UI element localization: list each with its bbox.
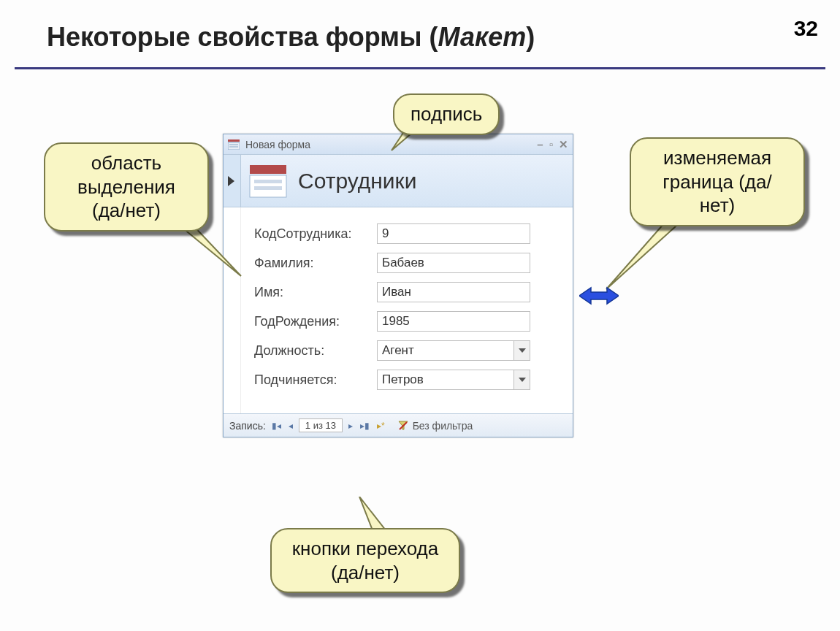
form-heading: Сотрудники	[298, 169, 417, 194]
record-position-box[interactable]: 1 из 13	[299, 418, 343, 432]
title-underline	[15, 67, 825, 69]
callout-caption: подпись	[393, 93, 500, 135]
callout-nav-buttons-text: кнопки перехода (да/нет)	[292, 538, 439, 584]
nav-next-button[interactable]: ▸	[347, 421, 354, 431]
field-input-familia[interactable]: Бабаев	[377, 253, 530, 273]
record-selector-icon	[228, 176, 234, 186]
record-navigation-bar: Запись: ▮◂ ◂ 1 из 13 ▸ ▸▮ ▸* Без фильтра	[224, 413, 573, 437]
form-window-icon	[228, 139, 240, 150]
form-body: КодСотрудника: 9 Фамилия: Бабаев Имя: Ив…	[224, 207, 573, 413]
field-combo-dolzhnost[interactable]: Агент	[377, 340, 530, 361]
form-titlebar-text: Новая форма	[245, 139, 310, 150]
fields-grid: КодСотрудника: 9 Фамилия: Бабаев Имя: Ив…	[241, 207, 573, 413]
callout-caption-text: подпись	[411, 103, 482, 125]
callout-nav-buttons: кнопки перехода (да/нет)	[270, 528, 460, 593]
svg-marker-2	[606, 218, 684, 289]
svg-rect-5	[228, 139, 240, 142]
svg-rect-8	[229, 146, 238, 148]
slide-title-close: )	[526, 22, 535, 52]
slide-title-main: Некоторые свойства формы (	[47, 22, 438, 52]
svg-marker-14	[519, 378, 526, 382]
dropdown-button[interactable]	[513, 370, 530, 389]
funnel-x-icon	[398, 421, 408, 431]
maximize-button[interactable]: ▫	[549, 138, 553, 151]
callout-resizable-border-text: изменяемая граница (да/нет)	[663, 147, 771, 216]
field-input-kod[interactable]: 9	[377, 223, 530, 244]
svg-marker-4	[579, 288, 619, 304]
form-header: Сотрудники	[224, 155, 573, 207]
nav-prev-button[interactable]: ◂	[287, 421, 294, 431]
nav-new-button[interactable]: ▸*	[375, 421, 386, 431]
field-input-god[interactable]: 1985	[377, 311, 530, 332]
nav-last-button[interactable]: ▸▮	[359, 421, 371, 431]
form-header-icon	[248, 164, 288, 199]
chevron-down-icon	[519, 348, 526, 353]
callout-selection-area-text: область выделения (да/нет)	[77, 152, 175, 221]
close-button[interactable]: ✕	[559, 138, 568, 151]
minimize-button[interactable]: –	[537, 138, 543, 151]
dropdown-button[interactable]	[513, 341, 530, 360]
field-combo-podchinyaetsya[interactable]: Петров	[377, 370, 530, 390]
svg-marker-3	[359, 497, 386, 530]
record-selector[interactable]	[224, 155, 241, 207]
access-form-window: Новая форма – ▫ ✕ Сотрудники КодСотрудни…	[223, 134, 573, 437]
slide-title-italic: Макет	[438, 22, 527, 52]
field-label: Должность:	[254, 343, 324, 359]
slide-number: 32	[794, 16, 818, 41]
resize-arrow-icon	[579, 285, 619, 307]
callout-resizable-border: изменяемая граница (да/нет)	[630, 137, 805, 226]
svg-rect-12	[254, 186, 282, 190]
no-filter-indicator[interactable]: Без фильтра	[398, 420, 473, 432]
svg-marker-13	[519, 348, 526, 353]
field-label: КодСотрудника:	[254, 226, 351, 242]
svg-rect-7	[229, 144, 238, 145]
chevron-down-icon	[519, 378, 526, 382]
field-label: ГодРождения:	[254, 314, 340, 329]
callout-selection-area-tail	[175, 222, 263, 288]
nav-first-button[interactable]: ▮◂	[270, 421, 283, 431]
svg-rect-11	[254, 180, 282, 183]
field-input-imya[interactable]: Иван	[377, 282, 530, 302]
callout-selection-area: область выделения (да/нет)	[44, 142, 209, 232]
field-label: Подчиняется:	[254, 372, 337, 388]
no-filter-text: Без фильтра	[413, 420, 473, 432]
svg-rect-9	[250, 165, 286, 174]
record-nav-label: Запись:	[229, 420, 266, 432]
field-label: Фамилия:	[254, 256, 313, 271]
slide-title: Некоторые свойства формы (Макет)	[47, 22, 535, 53]
